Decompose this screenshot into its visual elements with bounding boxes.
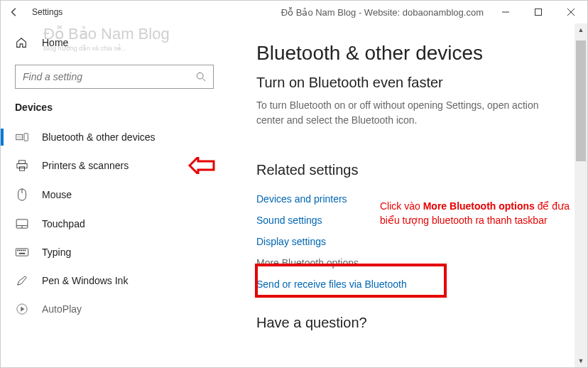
svg-rect-8 bbox=[24, 134, 28, 141]
sidebar-item-touchpad[interactable]: Touchpad bbox=[1, 210, 228, 238]
sidebar: Đỗ Bảo Nam Blog Blog hướng dẫn và chia s… bbox=[1, 23, 228, 367]
svg-point-4 bbox=[197, 72, 203, 79]
annotation-arrow-icon bbox=[188, 157, 215, 174]
svg-rect-17 bbox=[16, 249, 28, 256]
question-header: Have a question? bbox=[256, 315, 566, 331]
autoplay-icon bbox=[15, 303, 29, 315]
page-title: Bluetooth & other devices bbox=[256, 42, 566, 65]
titlebar: Settings Đỗ Bảo Nam Blog - Website: doba… bbox=[1, 1, 587, 23]
link-display-settings[interactable]: Display settings bbox=[256, 231, 566, 252]
search-icon bbox=[196, 72, 206, 82]
sidebar-item-label: Pen & Windows Ink bbox=[42, 275, 128, 286]
link-sound-settings[interactable]: Sound settings bbox=[256, 210, 566, 231]
svg-rect-10 bbox=[17, 163, 27, 168]
watermark-brand: Đỗ Bảo Nam Blog - Website: dobaonamblog.… bbox=[281, 7, 484, 18]
related-settings-header: Related settings bbox=[256, 162, 566, 178]
svg-rect-21 bbox=[23, 250, 24, 251]
printer-icon bbox=[15, 160, 29, 171]
touchpad-icon bbox=[15, 219, 29, 229]
link-devices-printers[interactable]: Devices and printers bbox=[256, 188, 566, 210]
svg-rect-9 bbox=[19, 161, 26, 163]
search-input[interactable] bbox=[15, 65, 214, 89]
home-icon bbox=[15, 36, 29, 49]
svg-rect-19 bbox=[19, 250, 21, 251]
link-send-receive-bluetooth[interactable]: Send or receive files via Bluetooth bbox=[256, 274, 566, 295]
home-button[interactable]: Home bbox=[1, 29, 228, 56]
main-content: Bluetooth & other devices Turn on Blueto… bbox=[228, 23, 587, 367]
close-button[interactable] bbox=[555, 1, 587, 23]
keyboard-icon bbox=[15, 248, 29, 256]
svg-rect-1 bbox=[535, 9, 542, 16]
search-field[interactable] bbox=[23, 71, 196, 82]
sidebar-item-mouse[interactable]: Mouse bbox=[1, 180, 228, 210]
back-icon[interactable] bbox=[9, 7, 19, 17]
svg-rect-22 bbox=[24, 250, 26, 251]
bluetooth-devices-icon bbox=[15, 132, 29, 142]
sidebar-item-bluetooth[interactable]: Bluetooth & other devices bbox=[1, 123, 228, 151]
sidebar-item-label: Printers & scanners bbox=[42, 160, 129, 171]
pen-icon bbox=[15, 275, 29, 286]
sidebar-item-label: Bluetooth & other devices bbox=[42, 131, 156, 143]
svg-rect-20 bbox=[21, 250, 22, 251]
link-more-bluetooth[interactable]: More Bluetooth options bbox=[256, 252, 566, 274]
sidebar-item-label: Touchpad bbox=[42, 218, 85, 229]
sidebar-item-typing[interactable]: Typing bbox=[1, 238, 228, 266]
window-title: Settings bbox=[32, 7, 62, 17]
sidebar-item-label: AutoPlay bbox=[42, 303, 82, 315]
section-header: Devices bbox=[1, 102, 228, 123]
sidebar-item-label: Typing bbox=[42, 247, 71, 258]
svg-line-5 bbox=[202, 78, 205, 81]
svg-rect-18 bbox=[17, 250, 18, 251]
sidebar-item-pen[interactable]: Pen & Windows Ink bbox=[1, 266, 228, 295]
maximize-button[interactable] bbox=[522, 1, 555, 23]
svg-rect-7 bbox=[17, 136, 21, 139]
mouse-icon bbox=[15, 188, 29, 201]
minimize-button[interactable] bbox=[489, 1, 522, 23]
svg-rect-11 bbox=[19, 167, 24, 171]
section-description: To turn Bluetooth on or off without open… bbox=[256, 98, 555, 128]
sidebar-item-autoplay[interactable]: AutoPlay bbox=[1, 295, 228, 323]
section-subtitle: Turn on Bluetooth even faster bbox=[256, 75, 566, 91]
sidebar-item-label: Mouse bbox=[42, 189, 72, 200]
svg-rect-23 bbox=[19, 253, 26, 254]
